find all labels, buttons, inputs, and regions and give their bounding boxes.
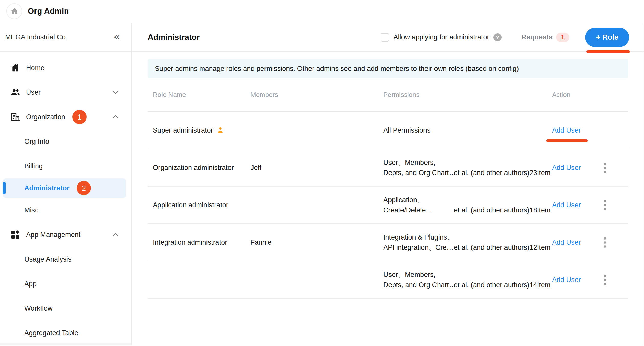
sidebar-item-label: User xyxy=(26,89,41,96)
users-icon xyxy=(10,87,21,98)
sidebar-item-user[interactable]: User xyxy=(0,80,131,105)
sidebar-item-administrator[interactable]: Administrator 2 xyxy=(3,178,126,198)
members-cell: Fannie xyxy=(250,239,272,246)
column-header-permissions: Permissions xyxy=(383,91,552,99)
add-role-button[interactable]: + Role xyxy=(585,28,629,47)
chevron-down-icon xyxy=(111,88,120,97)
owner-person-icon xyxy=(216,126,224,134)
sidebar-item-label: Billing xyxy=(24,162,43,170)
table-row: Integration administrator Fannie Integra… xyxy=(148,224,628,261)
sidebar-item-label: Workflow xyxy=(24,305,53,312)
more-actions-icon[interactable] xyxy=(602,273,608,287)
sidebar-item-aggregated-table[interactable]: Aggregated Table xyxy=(0,321,131,345)
add-user-link[interactable]: Add User xyxy=(552,239,581,246)
add-user-link[interactable]: Add User xyxy=(552,201,581,209)
top-bar: Org Admin xyxy=(0,0,644,23)
requests-count-badge: 1 xyxy=(556,33,569,42)
permissions-line2: Depts, and Org Chart… xyxy=(383,280,454,290)
more-actions-icon[interactable] xyxy=(602,161,608,175)
role-name: Integration administrator xyxy=(153,239,227,246)
permissions-line1: User、Members, xyxy=(383,157,454,168)
info-banner: Super admins manage roles and permission… xyxy=(148,59,628,78)
sidebar-item-billing[interactable]: Billing xyxy=(0,154,131,178)
permissions-line2: Create/Delete… xyxy=(383,205,454,215)
roles-table: Role Name Members Permissions Action Sup… xyxy=(148,78,628,299)
home-icon xyxy=(10,62,21,73)
sidebar-item-home[interactable]: Home xyxy=(0,56,131,80)
sidebar-item-org-info[interactable]: Org Info xyxy=(0,129,131,154)
more-actions-icon[interactable] xyxy=(602,198,608,212)
sidebar-item-misc[interactable]: Misc. xyxy=(0,198,131,222)
chevron-up-icon xyxy=(111,113,120,121)
permissions-line2: API integration、Cre… xyxy=(383,242,454,253)
add-user-link[interactable]: Add User xyxy=(552,164,581,172)
notification-badge: 2 xyxy=(77,181,91,195)
permissions-line1: User、Members, xyxy=(383,269,454,280)
permissions-line1: Application、 xyxy=(383,195,454,205)
add-user-link[interactable]: Add User xyxy=(552,276,581,284)
sidebar-item-label: App xyxy=(24,280,37,288)
main-content: Administrator Allow applying for adminis… xyxy=(132,23,644,345)
role-name: Super administrator xyxy=(153,126,213,134)
page-title: Administrator xyxy=(148,33,200,42)
sidebar: MEGA Industrial Co. « Home User xyxy=(0,23,132,345)
app-title: Org Admin xyxy=(28,7,69,16)
table-row: User、Members, Depts, and Org Chart… et a… xyxy=(148,261,628,299)
sidebar-item-app-management[interactable]: App Management xyxy=(0,222,131,247)
sidebar-item-usage-analysis[interactable]: Usage Analysis xyxy=(0,247,131,272)
members-cell: Jeff xyxy=(250,164,261,171)
table-header-row: Role Name Members Permissions Action xyxy=(148,78,628,112)
allow-applying-label: Allow applying for administrator xyxy=(393,33,489,41)
sidebar-item-organization[interactable]: Organization 1 xyxy=(0,105,131,129)
permissions-summary: et al. (and other authors)18Item xyxy=(454,205,550,215)
sidebar-item-label: Organization xyxy=(26,113,65,121)
sidebar-item-app[interactable]: App xyxy=(0,272,131,296)
table-row: Organization administrator Jeff User、Mem… xyxy=(148,149,628,187)
apps-icon xyxy=(10,229,21,240)
notification-badge: 1 xyxy=(72,110,87,124)
role-name: Organization administrator xyxy=(153,164,234,172)
column-header-role-name: Role Name xyxy=(148,91,250,99)
add-user-link[interactable]: Add User xyxy=(552,126,581,134)
chevron-up-icon xyxy=(111,230,120,239)
sidebar-item-label: Misc. xyxy=(24,206,40,214)
sidebar-item-label: Home xyxy=(26,64,44,72)
home-button[interactable] xyxy=(6,3,22,19)
sidebar-item-label: Usage Analysis xyxy=(24,255,72,263)
collapse-sidebar-icon[interactable]: « xyxy=(113,31,120,42)
permissions-summary: et al. (and other authors)23Item xyxy=(454,168,550,178)
permissions-summary: et al. (and other authors)12Item xyxy=(454,242,550,253)
permissions-line2: Depts, and Org Chart… xyxy=(383,168,454,178)
requests-link[interactable]: Requests xyxy=(522,33,553,41)
sidebar-item-label: App Management xyxy=(26,231,80,239)
org-name: MEGA Industrial Co. xyxy=(5,33,68,41)
table-row: Application administrator Application、 C… xyxy=(148,187,628,224)
scrollbar-track[interactable] xyxy=(642,23,642,345)
allow-applying-checkbox[interactable] xyxy=(381,33,389,42)
home-icon xyxy=(10,7,18,15)
page-header: Administrator Allow applying for adminis… xyxy=(132,23,644,52)
sidebar-item-label: Org Info xyxy=(24,138,49,146)
permissions-summary: et al. (and other authors)14Item xyxy=(454,280,550,290)
permissions-line2: All Permissions xyxy=(383,125,454,135)
column-header-action: Action xyxy=(552,91,628,99)
role-name: Application administrator xyxy=(153,201,228,209)
sidebar-item-label: Administrator xyxy=(24,184,70,192)
info-banner-text: Super admins manage roles and permission… xyxy=(155,65,519,73)
sidebar-nav: Home User Organization 1 xyxy=(0,52,131,345)
sidebar-item-label: Aggregated Table xyxy=(24,329,78,337)
permissions-line1: Integration & Plugins、 xyxy=(383,232,454,242)
column-header-members: Members xyxy=(250,91,383,99)
table-row: Super administrator All Permissions Add … xyxy=(148,112,628,149)
help-icon[interactable]: ? xyxy=(493,33,502,41)
more-actions-icon[interactable] xyxy=(602,236,608,249)
building-icon xyxy=(10,111,21,123)
sidebar-item-workflow[interactable]: Workflow xyxy=(0,296,131,321)
sidebar-header: MEGA Industrial Co. « xyxy=(0,23,131,52)
